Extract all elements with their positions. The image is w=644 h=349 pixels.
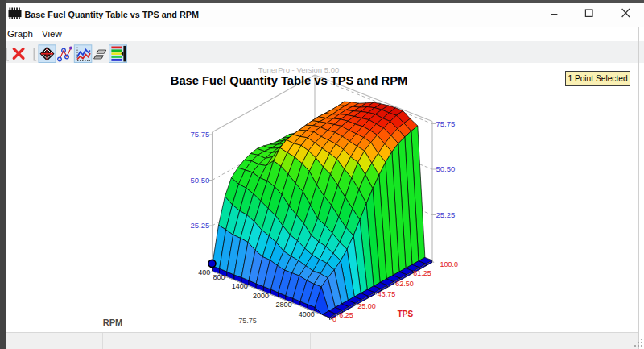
- svg-text:75.75: 75.75: [238, 317, 257, 325]
- svg-text:100.0: 100.0: [440, 260, 459, 268]
- svg-text:400: 400: [198, 268, 210, 276]
- svg-text:2000: 2000: [253, 292, 269, 300]
- svg-text:2800: 2800: [275, 301, 291, 309]
- svg-text:1400: 1400: [232, 282, 248, 290]
- svg-text:62.50: 62.50: [395, 280, 414, 288]
- svg-text:75.75: 75.75: [436, 119, 456, 128]
- svg-text:800: 800: [213, 273, 225, 281]
- svg-text:75.75: 75.75: [191, 130, 210, 139]
- svg-text:TunerPro - Version 5.00: TunerPro - Version 5.00: [258, 65, 340, 74]
- svg-text:4000: 4000: [299, 310, 315, 318]
- svg-text:6.25: 6.25: [339, 311, 353, 319]
- svg-text:50.50: 50.50: [191, 176, 210, 185]
- svg-text:50.50: 50.50: [436, 164, 456, 173]
- svg-text:RPM: RPM: [103, 318, 122, 327]
- svg-text:25.25: 25.25: [191, 221, 210, 230]
- svg-text:25.00: 25.00: [357, 302, 376, 310]
- svg-text:81.25: 81.25: [413, 269, 431, 277]
- svg-text:TPS: TPS: [398, 310, 414, 318]
- svg-text:Base Fuel Quantity Table vs TP: Base Fuel Quantity Table vs TPS and RPM: [171, 74, 407, 87]
- svg-text:43.75: 43.75: [378, 290, 396, 298]
- svg-text:25.25: 25.25: [436, 210, 456, 219]
- svg-text:0: 0: [332, 315, 336, 323]
